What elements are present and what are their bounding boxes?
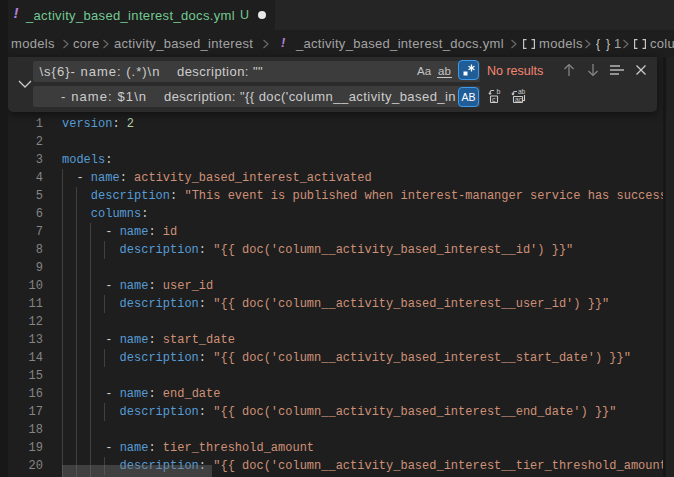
svg-text:b: b — [497, 88, 501, 95]
svg-text:ab: ab — [518, 88, 526, 95]
svg-text:ac: ac — [515, 96, 523, 103]
svg-text:c: c — [492, 96, 496, 103]
